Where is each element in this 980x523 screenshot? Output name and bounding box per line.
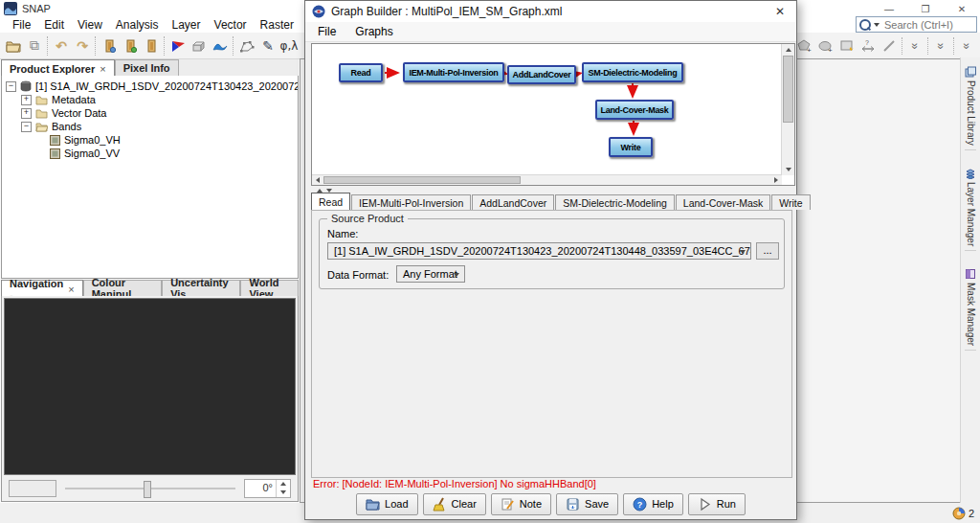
zoom-slider[interactable] <box>65 481 235 496</box>
splitter-handle[interactable] <box>311 187 791 193</box>
dialog-titlebar[interactable]: Graph Builder : MultiPol_IEM_SM_Graph.xm… <box>305 1 796 22</box>
geo-coords-icon[interactable]: φ,λ <box>278 34 300 57</box>
spinner-down-icon[interactable] <box>277 489 290 497</box>
tab-colour-manipulation[interactable]: Colour Manipul... <box>83 280 162 296</box>
menu-file[interactable]: File <box>6 18 37 32</box>
data-format-combo[interactable]: Any Format <box>396 265 465 283</box>
splitter-up-icon[interactable] <box>317 189 323 193</box>
minimize-button[interactable]: — <box>871 0 907 17</box>
dialog-menu-file[interactable]: File <box>308 23 345 40</box>
toolbar-separator <box>902 37 902 55</box>
overflow-chevron-icon[interactable]: » <box>904 34 925 57</box>
menu-analysis[interactable]: Analysis <box>109 18 166 32</box>
redo-icon[interactable]: ↷ <box>72 34 93 57</box>
tab-pixel-info[interactable]: Pixel Info <box>115 59 179 76</box>
sidebar-tab-mask-manager[interactable]: Mask Manager <box>965 264 976 351</box>
overflow-chevron-icon[interactable]: » <box>930 34 951 57</box>
navigation-view[interactable] <box>4 298 296 475</box>
scrollbar-thumb[interactable] <box>783 56 793 123</box>
tree-item-vector-data[interactable]: + Vector Data <box>2 106 298 120</box>
read-product-icon[interactable] <box>99 34 120 57</box>
export-product-icon[interactable] <box>141 34 162 57</box>
open-product-icon[interactable] <box>3 34 24 57</box>
tree-item-band[interactable]: Sigma0_VH <box>2 133 298 147</box>
import-product-icon[interactable] <box>120 34 141 57</box>
graph-node-addlandcover[interactable]: AddLandCover <box>507 65 576 84</box>
vertical-scrollbar[interactable] <box>781 44 794 175</box>
tab-navigation[interactable]: Navigation - ... × <box>1 280 83 297</box>
collapse-toggle[interactable]: − <box>21 122 32 132</box>
polygon-drawing-icon[interactable] <box>236 34 257 57</box>
tab-iem-multi-pol-inversion[interactable]: IEM-Multi-Pol-Inversion <box>351 194 471 210</box>
dialog-menu-graphs[interactable]: Graphs <box>345 23 402 40</box>
band-icon <box>50 148 60 159</box>
overflow-chevron-icon[interactable]: » <box>956 34 977 57</box>
run-button[interactable]: Run <box>688 493 746 515</box>
ellipse-drawing-icon[interactable]: + <box>815 34 836 57</box>
spatial-subset-icon[interactable] <box>189 34 210 57</box>
line-drawing-icon[interactable] <box>879 34 900 57</box>
tree-item-band[interactable]: Sigma0_VV <box>2 147 298 160</box>
menu-vector[interactable]: Vector <box>208 18 254 32</box>
sidebar-tab-product-library[interactable]: Product Library <box>965 62 976 150</box>
graph-node-sm-dielectric-modeling[interactable]: SM-Dielectric-Modeling <box>582 62 683 82</box>
load-button[interactable]: Load <box>356 493 417 515</box>
tab-product-explorer[interactable]: Product Explorer × <box>1 59 115 77</box>
rotation-spinner[interactable]: 0° <box>244 479 291 498</box>
help-button[interactable]: ? Help <box>623 493 683 515</box>
notification-badge[interactable]: 2 <box>952 507 974 520</box>
maximize-button[interactable]: ❐ <box>907 0 944 17</box>
close-icon[interactable]: × <box>100 63 105 75</box>
ocean-tools-icon[interactable] <box>210 34 231 57</box>
tab-write[interactable]: Write <box>771 194 810 210</box>
menu-raster[interactable]: Raster <box>254 18 301 32</box>
tab-land-cover-mask[interactable]: Land-Cover-Mask <box>676 194 770 210</box>
groupbox-label: Source Product <box>327 213 408 224</box>
undo-icon[interactable]: ↶ <box>51 34 72 57</box>
tree-item-metadata[interactable]: + Metadata <box>2 93 298 106</box>
graph-node-read[interactable]: Read <box>339 63 383 82</box>
pen-icon[interactable]: ✎ <box>257 34 278 57</box>
search-box[interactable] <box>856 16 977 33</box>
graph-node-write[interactable]: Write <box>609 137 653 157</box>
polygon-drawing-add-icon[interactable]: + <box>794 34 815 57</box>
expand-toggle[interactable]: + <box>21 95 32 105</box>
splitter-down-icon[interactable] <box>326 189 332 193</box>
tab-world-view[interactable]: World View <box>240 280 299 296</box>
clear-button[interactable]: Clear <box>423 493 486 515</box>
graph-node-iem-multi-pol-inversion[interactable]: IEM-Multi-Pol-Inversion <box>403 62 504 82</box>
tree-item-product[interactable]: − [1] S1A_IW_GRDH_1SDV_20200724T130423_2… <box>2 80 298 93</box>
source-product-combo[interactable]: [1] S1A_IW_GRDH_1SDV_20200724T130423_202… <box>327 242 751 260</box>
product-library-icon <box>965 66 976 78</box>
dialog-close-button[interactable]: ✕ <box>766 5 794 18</box>
close-button[interactable]: ✕ <box>944 0 980 17</box>
spinner-up-icon[interactable] <box>277 480 290 489</box>
browse-button[interactable]: ... <box>756 242 779 260</box>
image-feature-icon[interactable] <box>836 34 858 57</box>
tab-uncertainty-vis[interactable]: Uncertainty Vis... <box>162 280 240 296</box>
colour-palette-icon[interactable] <box>167 34 189 57</box>
scroll-up-icon[interactable] <box>782 44 794 56</box>
save-button[interactable]: Save <box>556 493 618 515</box>
collapse-toggle[interactable]: − <box>6 81 16 92</box>
menu-layer[interactable]: Layer <box>166 18 208 32</box>
zoom-factor-field[interactable] <box>9 480 56 497</box>
tab-sm-dielectric-modeling[interactable]: SM-Dielectric-Modeling <box>555 194 675 210</box>
measure-icon[interactable]: ? <box>858 34 879 57</box>
run-icon <box>698 497 712 512</box>
tab-read[interactable]: Read <box>311 193 350 210</box>
close-icon[interactable]: × <box>68 284 74 295</box>
scroll-down-icon[interactable] <box>782 164 794 175</box>
expand-toggle[interactable]: + <box>21 108 32 119</box>
copy-product-icon[interactable]: ⧉ <box>24 34 45 57</box>
tab-addlandcover[interactable]: AddLandCover <box>472 194 554 210</box>
graph-node-land-cover-mask[interactable]: Land-Cover-Mask <box>595 100 674 120</box>
graph-canvas[interactable]: Read IEM-Multi-Pol-Inversion AddLandCove… <box>311 43 795 186</box>
search-input[interactable] <box>882 18 969 32</box>
slider-thumb[interactable] <box>144 481 151 498</box>
sidebar-tab-layer-manager[interactable]: Layer Manager <box>965 164 976 251</box>
tree-item-bands[interactable]: − Bands <box>2 120 298 133</box>
menu-view[interactable]: View <box>71 18 109 32</box>
menu-edit[interactable]: Edit <box>37 18 71 32</box>
note-button[interactable]: Note <box>491 493 551 515</box>
